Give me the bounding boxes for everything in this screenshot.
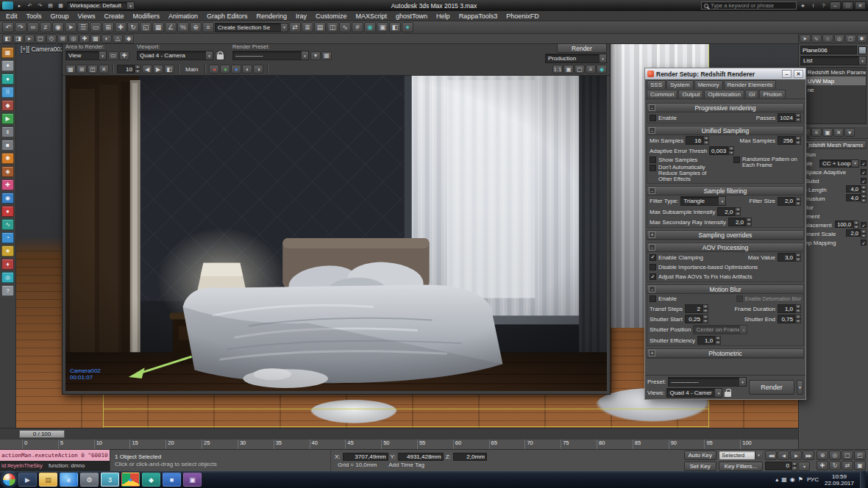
zoom-all-icon[interactable]: ◎	[829, 451, 841, 460]
max-subsample-spinner[interactable]: 2,0▴▾	[717, 207, 741, 216]
walk-through-icon[interactable]: ⇄	[842, 461, 853, 470]
undo-icon[interactable]: ↶	[2, 22, 14, 32]
area-to-render-select[interactable]: View▾	[65, 51, 107, 60]
render-production-icon[interactable]: ●	[402, 22, 413, 32]
search-input[interactable]	[711, 2, 794, 9]
shutter-start-spinner[interactable]: 0,25▴▾	[685, 315, 708, 323]
collapse-icon[interactable]: -	[649, 104, 655, 111]
named-selection-set-combo[interactable]: Create Selection Se▾	[215, 23, 288, 32]
render-button[interactable]: Render	[749, 380, 794, 395]
align-icon[interactable]: ≣	[302, 22, 313, 32]
dialog-tab[interactable]: Photon	[759, 90, 785, 98]
angle-snap-icon[interactable]: ∠	[165, 22, 177, 32]
param-spinner[interactable]: 100,0▴▾	[835, 220, 859, 229]
center-pivot-icon[interactable]: ◎	[68, 35, 79, 43]
spinner-arrows[interactable]: ▴▾	[135, 65, 140, 73]
spinner-arrows[interactable]: ▴▾	[703, 136, 709, 145]
z-coordinate-field[interactable]: 2,0mm	[453, 453, 487, 461]
spinner-arrows[interactable]: ▴▾	[702, 304, 708, 313]
lock-view-icon[interactable]	[725, 392, 731, 397]
display-tab-icon[interactable]: ▢	[845, 35, 856, 43]
dont-auto-reduce-checkbox[interactable]	[650, 165, 656, 171]
menu-item[interactable]: Animation	[164, 11, 202, 21]
maxscript-mini-listener[interactable]: actionMan.executeAction 0 "60010 id:#eye…	[0, 450, 110, 471]
show-end-result-icon[interactable]: ≡	[811, 128, 822, 137]
dummy-helper-icon[interactable]: ◇	[46, 35, 57, 43]
collapse-icon[interactable]: -	[649, 127, 655, 134]
spinner-arrows[interactable]: ▴▾	[795, 253, 801, 262]
max-secondary-spinner[interactable]: 2,0▴▾	[728, 218, 752, 226]
shutter-position-select[interactable]: Center on Frame▾	[693, 325, 747, 334]
dialog-tab[interactable]: Common	[647, 90, 677, 98]
set-key-button[interactable]: Set Key	[684, 462, 716, 471]
show-desktop-button[interactable]	[860, 471, 866, 488]
next-image-icon[interactable]: ▶	[153, 65, 163, 73]
zoom-icon[interactable]: ⊕	[817, 451, 828, 460]
x-coordinate-field[interactable]: 3707,49mm	[343, 453, 388, 461]
tray-app-icon[interactable]: ▦	[781, 476, 787, 483]
chevron-down-icon[interactable]: ▾	[127, 2, 134, 9]
chevron-down-icon[interactable]: ▾	[851, 160, 858, 167]
dialog-tab[interactable]: Optimization	[704, 90, 744, 98]
y-coordinate-field[interactable]: 4931,428mm	[398, 453, 444, 461]
object-name-field[interactable]: Plane006	[800, 46, 857, 54]
save-preset-icon[interactable]: ▦	[321, 51, 332, 60]
workspace-selector[interactable]: Workspace: Default▾	[67, 1, 135, 10]
droplet-tool-icon[interactable]: ◔	[1, 232, 14, 243]
dialog-tab[interactable]: Render Elements	[724, 80, 777, 89]
clock[interactable]: 10:59 22.09.2017	[822, 473, 856, 487]
grid-tool-icon[interactable]: ▦	[1, 47, 14, 58]
dialog-tab[interactable]: GI	[745, 90, 758, 98]
spinner-arrows[interactable]: ▴▾	[861, 229, 867, 238]
enable-deformation-blur-checkbox[interactable]	[736, 295, 743, 302]
axis-constraint-icon[interactable]: ✚	[79, 35, 90, 43]
settings-app-icon[interactable]: ⚙	[80, 473, 99, 487]
spinner-arrows[interactable]: ▴▾	[795, 315, 801, 323]
select-and-move-icon[interactable]: ✚	[115, 22, 127, 32]
render-menu-chevron-icon[interactable]: ▾	[797, 380, 803, 395]
modifier-stack-row[interactable]: ● UVW Map	[801, 76, 866, 85]
language-indicator[interactable]: РУС	[807, 476, 819, 483]
menu-item[interactable]: Rendering	[252, 11, 292, 21]
max-value-spinner[interactable]: 3,0▴▾	[778, 253, 801, 262]
red-channel-icon[interactable]: ●	[209, 65, 219, 73]
viewport-layout-right-icon[interactable]: ◨	[13, 35, 24, 43]
chevron-down-icon[interactable]: ▾	[205, 51, 213, 60]
fire-effect-tool-icon[interactable]: ✱	[1, 153, 14, 164]
maximize-button[interactable]: □	[842, 1, 853, 10]
manage-layers-icon[interactable]: ▤	[314, 22, 326, 32]
spinner-arrows[interactable]: ▴▾	[861, 185, 867, 194]
randomize-pattern-checkbox[interactable]	[733, 157, 740, 163]
window-crossing-icon[interactable]: ⊞	[102, 22, 114, 32]
pan-view-icon[interactable]: ✚	[817, 461, 828, 470]
green-channel-icon[interactable]: ●	[220, 65, 230, 73]
object-color-swatch[interactable]	[858, 46, 867, 54]
play-tool-icon[interactable]: ▶	[1, 113, 14, 124]
chevron-down-icon[interactable]: ▾	[858, 57, 866, 65]
spinner-arrows[interactable]: ▴▾	[795, 304, 801, 313]
snap-grid-icon[interactable]: ▦	[90, 35, 101, 43]
key-filters-button[interactable]: Key Filters...	[719, 462, 763, 471]
remove-modifier-icon[interactable]: ✕	[833, 128, 844, 137]
expand-icon[interactable]: +	[649, 350, 655, 356]
clone-window-icon[interactable]: ◫	[88, 65, 98, 73]
menu-item[interactable]: Iray	[291, 11, 311, 21]
isolate-selection-icon[interactable]: ▸	[24, 35, 35, 43]
snap-tool-icon[interactable]: ✦	[1, 60, 14, 71]
viewport-label[interactable]: [+][ Camera002 ]	[21, 46, 68, 53]
redo-icon[interactable]: ↷	[15, 22, 26, 32]
dialog-titlebar[interactable]: Render Setup: Redshift Renderer – ✕	[645, 68, 805, 79]
hierarchy-tab-icon[interactable]: ⌂	[822, 35, 833, 43]
shutter-efficiency-spinner[interactable]: 1,0▴▾	[697, 336, 721, 345]
modifier-stack-row[interactable]: ● Redshift Mesh Parame	[801, 68, 866, 76]
help-icon[interactable]: ?	[819, 1, 828, 10]
curve-editor-icon[interactable]: ∿	[339, 22, 351, 32]
dialog-tab[interactable]: Output	[678, 90, 703, 98]
network-icon[interactable]: ⚑	[798, 476, 803, 483]
minimize-button[interactable]: –	[782, 70, 791, 78]
record-tool-icon[interactable]: ●	[1, 206, 14, 217]
menu-item[interactable]: Edit	[1, 11, 22, 21]
param-spinner[interactable]: 4,0▴▾	[846, 185, 867, 194]
fullscreen-icon[interactable]: ▢	[574, 65, 585, 73]
min-samples-spinner[interactable]: 16▴▾	[686, 136, 709, 145]
